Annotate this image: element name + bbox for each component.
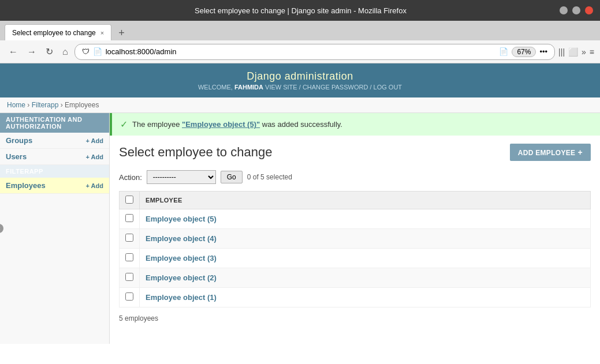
users-add-link[interactable]: + Add	[86, 153, 103, 160]
tab-label: Select employee to change	[12, 29, 96, 37]
table-footer: 5 employees	[110, 311, 600, 326]
table-row: Employee object (5)	[120, 209, 591, 229]
action-label: Action:	[119, 173, 142, 182]
username: FAHMIDA	[234, 84, 263, 91]
more-icon[interactable]: •••	[539, 47, 547, 56]
refresh-button[interactable]: ↻	[43, 45, 56, 58]
close-button[interactable]	[585, 6, 593, 14]
bookmarks-icon[interactable]: |||	[558, 47, 565, 57]
table-row: Employee object (3)	[120, 249, 591, 268]
employee-link[interactable]: Employee object (5)	[146, 215, 217, 223]
active-tab[interactable]: Select employee to change ×	[5, 24, 111, 40]
auth-section-header: AUTHENTICATION AND AUTHORIZATION	[0, 113, 109, 133]
address-bar[interactable]: 🛡 📄 localhost:8000/admin 📄 67% •••	[74, 44, 555, 60]
go-button[interactable]: Go	[221, 171, 243, 183]
page-icon: 📄	[93, 47, 102, 56]
row-checkbox[interactable]	[125, 234, 133, 242]
django-welcome: WELCOME, FAHMIDA VIEW SITE / CHANGE PASS…	[7, 84, 593, 91]
titlebar-controls	[560, 6, 593, 14]
change-password-link[interactable]: CHANGE PASSWORD	[303, 84, 368, 91]
employee-link[interactable]: Employee object (3)	[146, 254, 217, 262]
add-employee-button[interactable]: ADD EMPLOYEE	[510, 144, 591, 161]
breadcrumb: Home › Filterapp › Employees	[0, 97, 600, 113]
action-select[interactable]: ----------	[147, 170, 216, 184]
tabs-icon[interactable]: ⬜	[568, 47, 578, 57]
minimize-button[interactable]	[560, 6, 568, 14]
main-layout: AUTHENTICATION AND AUTHORIZATION Groups …	[0, 113, 600, 344]
overflow-icon[interactable]: »	[582, 47, 586, 57]
employees-add-link[interactable]: + Add	[86, 182, 103, 189]
action-bar: Action: ---------- Go 0 of 5 selected	[110, 167, 600, 187]
row-checkbox-cell	[120, 249, 140, 268]
sidebar-item-users: Users + Add	[0, 149, 109, 165]
users-link[interactable]: Users	[6, 152, 27, 161]
django-header: Django administration WELCOME, FAHMIDA V…	[0, 63, 600, 97]
new-tab-button[interactable]: +	[114, 26, 129, 40]
browser-titlebar: Select employee to change | Django site …	[0, 0, 600, 21]
row-checkbox-cell	[120, 288, 140, 307]
success-message: ✓ The employee "Employee object (5)" was…	[110, 113, 600, 136]
django-title: Django administration	[7, 70, 593, 82]
employee-cell: Employee object (2)	[140, 268, 591, 288]
browser-navbar: ← → ↻ ⌂ 🛡 📄 localhost:8000/admin 📄 67% •…	[0, 40, 600, 63]
forward-button[interactable]: →	[24, 46, 39, 58]
titlebar-title: Select employee to change | Django site …	[42, 6, 560, 15]
success-text: The employee "Employee object (5)" was a…	[132, 120, 342, 129]
table-row: Employee object (1)	[120, 288, 591, 307]
row-checkbox[interactable]	[125, 273, 133, 281]
page-title: Select employee to change	[119, 145, 272, 160]
zoom-badge: 67%	[512, 47, 536, 57]
home-button[interactable]: ⌂	[59, 46, 71, 58]
sidebar-collapse-button[interactable]: «	[0, 224, 3, 233]
sidebar: AUTHENTICATION AND AUTHORIZATION Groups …	[0, 113, 110, 344]
header-checkbox-col	[120, 192, 140, 209]
address-text: localhost:8000/admin	[106, 47, 496, 56]
groups-link[interactable]: Groups	[6, 136, 32, 145]
sidebar-item-groups: Groups + Add	[0, 133, 109, 149]
table-header-row: EMPLOYEE	[120, 192, 591, 209]
maximize-button[interactable]	[572, 6, 580, 14]
row-checkbox[interactable]	[125, 214, 133, 222]
log-out-link[interactable]: LOG OUT	[374, 84, 403, 91]
row-checkbox[interactable]	[125, 253, 133, 261]
success-icon: ✓	[120, 119, 128, 130]
groups-add-link[interactable]: + Add	[86, 137, 103, 144]
breadcrumb-current: Employees	[65, 101, 99, 109]
employee-cell: Employee object (4)	[140, 229, 591, 249]
table-row: Employee object (4)	[120, 229, 591, 249]
main-content: ✓ The employee "Employee object (5)" was…	[110, 113, 600, 344]
tab-close-icon[interactable]: ×	[100, 29, 104, 36]
header-employee: EMPLOYEE	[140, 192, 591, 209]
employee-cell: Employee object (1)	[140, 288, 591, 307]
menu-icon[interactable]: ≡	[590, 47, 594, 57]
row-checkbox-cell	[120, 268, 140, 288]
row-checkbox[interactable]	[125, 292, 133, 301]
reader-icon: 📄	[499, 47, 508, 56]
view-site-link[interactable]: VIEW SITE	[265, 84, 297, 91]
employee-link[interactable]: Employee object (4)	[146, 234, 217, 243]
filterapp-section-header: FILTERAPP	[0, 165, 109, 178]
selected-count: 0 of 5 selected	[247, 173, 292, 181]
employee-link[interactable]: Employee object (2)	[146, 273, 217, 282]
success-employee-link[interactable]: "Employee object (5)"	[182, 120, 260, 129]
breadcrumb-filterapp[interactable]: Filterapp	[32, 101, 59, 109]
employees-link[interactable]: Employees	[6, 181, 46, 190]
employee-table: EMPLOYEE Employee object (5) Employee ob…	[119, 191, 591, 307]
browser-tabbar: Select employee to change × +	[0, 21, 600, 40]
back-button[interactable]: ←	[6, 46, 21, 58]
shield-icon: 🛡	[82, 47, 90, 56]
sidebar-item-employees: Employees + Add	[0, 178, 109, 194]
content-header: Select employee to change ADD EMPLOYEE	[110, 136, 600, 167]
employee-link[interactable]: Employee object (1)	[146, 293, 217, 302]
employee-cell: Employee object (5)	[140, 209, 591, 229]
breadcrumb-home[interactable]: Home	[7, 101, 25, 109]
employee-cell: Employee object (3)	[140, 249, 591, 268]
row-checkbox-cell	[120, 229, 140, 249]
table-row: Employee object (2)	[120, 268, 591, 288]
select-all-checkbox[interactable]	[125, 196, 133, 204]
row-checkbox-cell	[120, 209, 140, 229]
